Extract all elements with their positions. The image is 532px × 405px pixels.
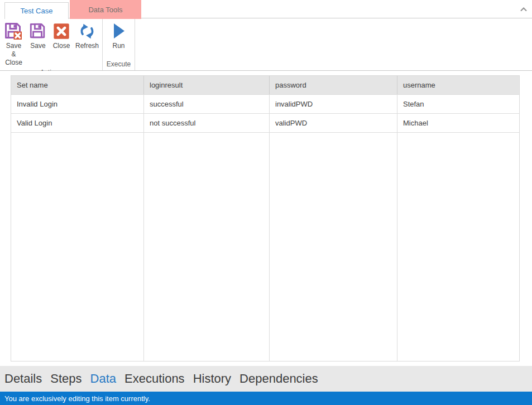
ribbon-group-actions: Save & Close Save (0, 18, 102, 70)
empty-cell (144, 133, 270, 361)
group-label-execute: Execute (103, 59, 135, 70)
tab-data-tools[interactable]: Data Tools (70, 0, 141, 19)
cell-username[interactable]: Stefan (397, 95, 519, 113)
execute-buttons: Run (103, 18, 135, 59)
save-label: Save (30, 42, 45, 50)
empty-cell (397, 133, 519, 361)
column-header-password[interactable]: password (270, 76, 397, 94)
refresh-label: Refresh (75, 42, 99, 50)
run-icon (109, 22, 128, 41)
save-close-icon (4, 22, 23, 41)
nav-item-executions[interactable]: Executions (124, 372, 185, 386)
tab-test-case[interactable]: Test Case (4, 2, 69, 19)
nav-item-dependencies[interactable]: Dependencies (239, 372, 318, 386)
run-label: Run (112, 42, 124, 50)
save-and-close-button[interactable]: Save & Close (1, 20, 26, 68)
column-header-set-name[interactable]: Set name (11, 76, 144, 94)
close-icon (52, 22, 71, 41)
cell-set-name[interactable]: Invalid Login (11, 95, 144, 113)
tab-data-tools-label: Data Tools (88, 6, 122, 14)
bottom-nav: Details Steps Data Executions History De… (0, 366, 532, 392)
ribbon: Save & Close Save (0, 18, 532, 71)
tab-test-case-label: Test Case (21, 7, 53, 15)
cell-username[interactable]: Michael (397, 114, 519, 132)
collapse-ribbon-button[interactable] (519, 4, 529, 14)
empty-cell (11, 133, 144, 361)
column-header-username[interactable]: username (397, 76, 519, 94)
status-message: You are exclusively editing this item cu… (4, 394, 150, 403)
cell-password[interactable]: invalidPWD (270, 95, 397, 113)
data-table: Set name loginresult password username I… (11, 75, 520, 361)
save-icon (28, 22, 47, 41)
cell-set-name[interactable]: Valid Login (11, 114, 144, 132)
nav-item-history[interactable]: History (193, 372, 231, 386)
save-and-close-label: Save & Close (3, 42, 24, 67)
cell-password[interactable]: validPWD (270, 114, 397, 132)
close-label: Close (53, 42, 70, 50)
nav-item-details[interactable]: Details (4, 372, 42, 386)
ribbon-group-separator (135, 18, 135, 70)
refresh-button[interactable]: Refresh (73, 20, 101, 68)
table-empty-area (11, 132, 519, 361)
actions-buttons: Save & Close Save (0, 18, 102, 68)
empty-cell (270, 133, 397, 361)
cell-loginresult[interactable]: successful (144, 95, 270, 113)
refresh-icon (78, 22, 97, 41)
nav-item-steps[interactable]: Steps (50, 372, 82, 386)
nav-item-data[interactable]: Data (90, 372, 116, 386)
save-button[interactable]: Save (26, 20, 50, 68)
app-window: Test Case Data Tools (0, 0, 532, 405)
ribbon-group-execute: Run Execute (103, 18, 135, 70)
chevron-up-icon (520, 5, 527, 13)
run-button[interactable]: Run (107, 20, 131, 59)
status-bar: You are exclusively editing this item cu… (0, 392, 532, 405)
table-row[interactable]: Valid Login not successful validPWD Mich… (11, 113, 519, 132)
ribbon-tabstrip: Test Case Data Tools (0, 0, 532, 18)
cell-loginresult[interactable]: not successful (144, 114, 270, 132)
table-header-row: Set name loginresult password username (11, 76, 519, 94)
close-button[interactable]: Close (50, 20, 73, 68)
column-header-loginresult[interactable]: loginresult (144, 76, 270, 94)
table-row[interactable]: Invalid Login successful invalidPWD Stef… (11, 94, 519, 113)
data-grid-area: Set name loginresult password username I… (0, 71, 532, 366)
